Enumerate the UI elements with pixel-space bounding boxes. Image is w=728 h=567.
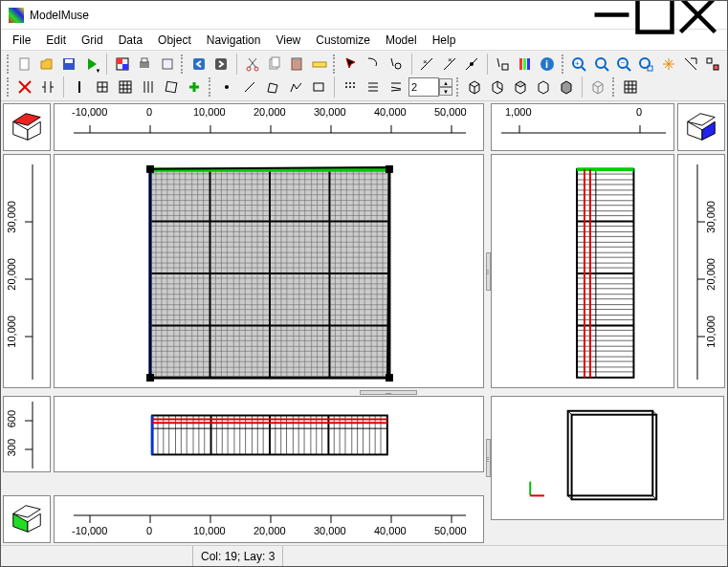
svg-line-67 [245,82,254,92]
menu-model[interactable]: Model [378,32,425,49]
menu-object[interactable]: Object [150,32,199,49]
grid-color-icon[interactable] [112,54,132,75]
select-point-icon[interactable] [386,54,406,75]
close-button[interactable] [676,2,719,29]
menu-navigation[interactable]: Navigation [199,32,269,49]
redo-icon[interactable] [211,54,232,75]
app-icon [9,8,24,23]
goto-icon[interactable] [493,54,513,75]
vertex-icon[interactable] [461,54,481,75]
cube-side-icon[interactable] [487,76,508,98]
svg-point-70 [349,82,351,84]
delete-row-icon[interactable] [14,76,35,98]
3d-view-pane[interactable] [491,396,724,520]
move-col-icon[interactable] [37,76,58,98]
spin-down-icon[interactable]: ▼ [439,87,452,96]
zoom-box-icon[interactable] [591,54,611,75]
point-grid-icon[interactable] [340,76,361,98]
cube-front-icon[interactable] [464,76,485,98]
cube-solid-icon[interactable] [556,76,577,98]
side-view-cube[interactable] [677,103,725,151]
grid-spacing-icon[interactable] [138,76,159,98]
vertex-delete-icon[interactable]: × [439,54,459,75]
save-icon[interactable] [59,54,79,75]
poly-grid-icon[interactable] [386,76,407,98]
polygon-object-icon[interactable] [262,76,283,98]
front-view-pane[interactable] [54,396,484,472]
svg-rect-8 [117,58,122,64]
open-file-icon[interactable] [36,54,56,75]
cube-top-icon[interactable] [510,76,531,98]
info-icon[interactable]: i [537,54,557,75]
plan-view-pane[interactable] [54,154,484,388]
zoom-extent-icon[interactable] [636,54,656,75]
copy-icon[interactable] [264,54,284,75]
window-title: ModelMuse [30,9,590,22]
add-cell-icon[interactable] [184,76,205,98]
add-grid-icon[interactable] [92,76,113,98]
top-view-cube[interactable] [3,103,51,151]
zoom-in-icon[interactable]: + [569,54,589,75]
rectangle-object-icon[interactable] [308,76,329,98]
svg-rect-11 [142,58,147,62]
spin-up-icon[interactable]: ▲ [439,78,452,87]
ruler-top-plan: -10,000 0 10,000 20,000 30,000 40,000 50… [54,103,484,151]
title-bar: ModelMuse [1,1,727,30]
menu-help[interactable]: Help [425,32,464,49]
move-icon[interactable] [680,54,700,75]
poly-count-input[interactable]: 2 [408,77,439,97]
cut-icon[interactable] [242,54,262,75]
menu-view[interactable]: View [268,32,308,49]
zoom-out-icon[interactable]: − [613,54,633,75]
svg-text:i: i [545,58,548,70]
menu-grid[interactable]: Grid [74,32,111,49]
svg-rect-63 [165,81,177,93]
save-image-icon[interactable] [157,54,177,75]
line-grid-icon[interactable] [363,76,384,98]
svg-rect-9 [122,64,128,70]
cube-shell-icon[interactable] [533,76,554,98]
svg-text:−: − [621,58,626,67]
ruler-right-side: 10,000 20,000 30,000 [677,154,725,388]
table-icon[interactable] [620,76,641,98]
link-views-icon[interactable] [703,54,723,75]
vertical-splitter-2[interactable]: ⋮ [485,396,491,520]
menu-customize[interactable]: Customize [308,32,378,49]
cube-wireframe-icon[interactable] [587,76,608,98]
svg-rect-299 [572,415,657,500]
svg-rect-21 [313,62,326,67]
menu-edit[interactable]: Edit [38,32,74,49]
front-view-cube[interactable] [3,495,51,543]
svg-rect-78 [625,81,636,93]
run-icon[interactable]: ▼ [81,54,101,75]
add-col-icon[interactable] [69,76,90,98]
side-view-pane[interactable] [491,154,674,388]
svg-point-72 [345,86,347,88]
lasso-icon[interactable] [364,54,384,75]
palette-icon[interactable] [515,54,535,75]
vertex-insert-icon[interactable]: × [416,54,436,75]
new-file-icon[interactable] [14,54,34,75]
undo-icon[interactable] [188,54,209,75]
svg-point-28 [470,62,474,66]
point-object-icon[interactable] [216,76,237,98]
ruler-icon[interactable] [309,54,329,75]
svg-rect-18 [272,57,279,67]
pan-icon[interactable] [658,54,678,75]
grid-angle-icon[interactable] [161,76,182,98]
polyline-object-icon[interactable] [285,76,306,98]
maximize-button[interactable] [633,2,676,29]
line-object-icon[interactable] [239,76,260,98]
paste-icon[interactable] [287,54,307,75]
menu-data[interactable]: Data [111,32,150,49]
subdivide-icon[interactable] [115,76,136,98]
menu-file[interactable]: File [5,32,38,49]
vertical-splitter[interactable]: ⋮ [485,154,491,388]
svg-rect-4 [20,58,29,70]
print-icon[interactable] [135,54,155,75]
select-icon[interactable] [341,54,361,75]
minimize-button[interactable] [590,2,633,29]
toolbars: ▼ × × i + − [1,51,727,101]
horizontal-splitter[interactable]: ⋯ [54,389,722,395]
svg-rect-68 [314,83,323,91]
